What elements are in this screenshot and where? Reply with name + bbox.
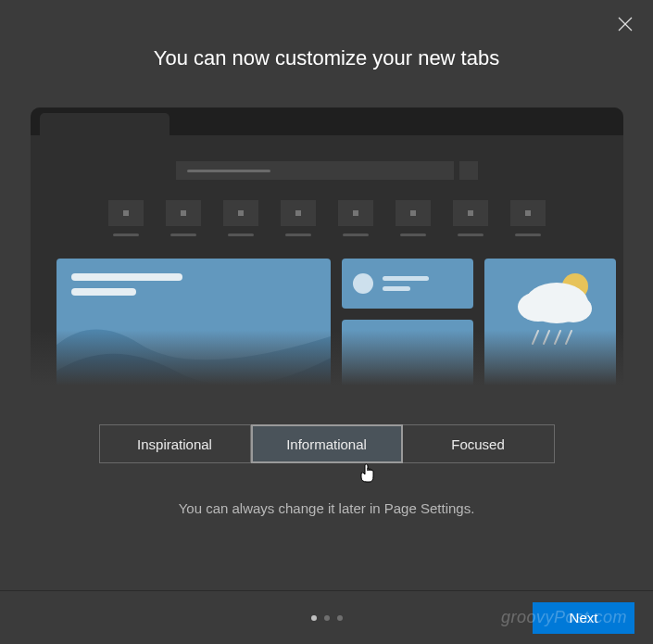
hint-text: You can always change it later in Page S… bbox=[0, 500, 653, 516]
dialog-footer: Next bbox=[0, 590, 653, 644]
quick-link bbox=[333, 200, 379, 236]
quick-link bbox=[275, 200, 321, 236]
news-card bbox=[57, 259, 331, 385]
pagination-dots bbox=[311, 615, 343, 621]
browser-mock bbox=[31, 107, 623, 385]
close-icon bbox=[618, 17, 633, 32]
quick-link bbox=[505, 200, 551, 236]
quick-link bbox=[218, 200, 264, 236]
dialog-title: You can now customize your new tabs bbox=[0, 46, 653, 70]
tab-strip bbox=[31, 107, 623, 135]
svg-point-5 bbox=[555, 295, 592, 322]
weather-icon bbox=[484, 259, 616, 385]
quick-link bbox=[447, 200, 494, 236]
option-focused[interactable]: Focused bbox=[403, 424, 555, 463]
search-box-mock bbox=[176, 161, 454, 180]
search-button-mock bbox=[459, 161, 478, 180]
mountains-illustration bbox=[57, 310, 331, 385]
svg-line-8 bbox=[555, 331, 560, 344]
info-card bbox=[342, 320, 473, 385]
search-row bbox=[31, 161, 623, 180]
layout-preview bbox=[31, 107, 623, 385]
svg-line-9 bbox=[566, 331, 571, 344]
layout-options: Inspirational Informational Focused bbox=[0, 424, 653, 463]
next-button[interactable]: Next bbox=[533, 602, 634, 634]
close-button[interactable] bbox=[618, 17, 633, 32]
quick-links-row bbox=[31, 200, 623, 236]
cursor-pointer-icon bbox=[359, 463, 376, 484]
page-dot[interactable] bbox=[337, 615, 343, 621]
quick-link bbox=[390, 200, 436, 236]
quick-link bbox=[103, 200, 149, 236]
option-informational[interactable]: Informational bbox=[251, 424, 403, 463]
svg-line-6 bbox=[533, 331, 538, 344]
option-inspirational[interactable]: Inspirational bbox=[99, 424, 251, 463]
page-dot[interactable] bbox=[324, 615, 330, 621]
page-dot[interactable] bbox=[311, 615, 317, 621]
svg-point-4 bbox=[518, 292, 559, 322]
info-card bbox=[342, 259, 473, 309]
weather-card bbox=[484, 259, 616, 385]
browser-tab bbox=[40, 113, 170, 135]
quick-link bbox=[160, 200, 207, 236]
svg-line-7 bbox=[544, 331, 549, 344]
content-cards bbox=[57, 259, 597, 385]
